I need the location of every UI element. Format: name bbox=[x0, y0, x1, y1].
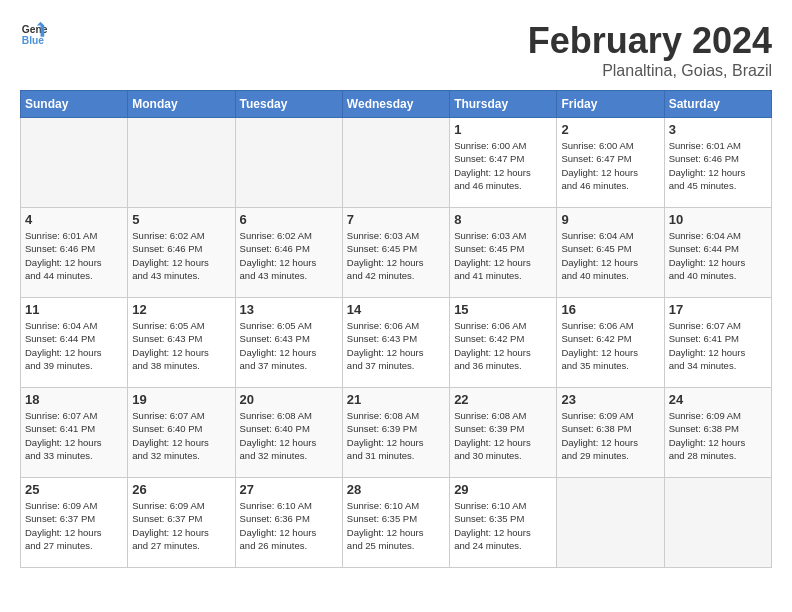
calendar-cell: 19Sunrise: 6:07 AM Sunset: 6:40 PM Dayli… bbox=[128, 388, 235, 478]
calendar-cell: 10Sunrise: 6:04 AM Sunset: 6:44 PM Dayli… bbox=[664, 208, 771, 298]
day-number: 4 bbox=[25, 212, 123, 227]
title-section: February 2024 Planaltina, Goias, Brazil bbox=[528, 20, 772, 80]
header: General Blue February 2024 Planaltina, G… bbox=[20, 20, 772, 80]
calendar-cell: 14Sunrise: 6:06 AM Sunset: 6:43 PM Dayli… bbox=[342, 298, 449, 388]
day-info: Sunrise: 6:09 AM Sunset: 6:37 PM Dayligh… bbox=[132, 499, 230, 552]
day-number: 21 bbox=[347, 392, 445, 407]
day-number: 9 bbox=[561, 212, 659, 227]
day-number: 11 bbox=[25, 302, 123, 317]
calendar-cell: 12Sunrise: 6:05 AM Sunset: 6:43 PM Dayli… bbox=[128, 298, 235, 388]
day-number: 5 bbox=[132, 212, 230, 227]
day-info: Sunrise: 6:10 AM Sunset: 6:36 PM Dayligh… bbox=[240, 499, 338, 552]
calendar-cell: 26Sunrise: 6:09 AM Sunset: 6:37 PM Dayli… bbox=[128, 478, 235, 568]
calendar-cell: 11Sunrise: 6:04 AM Sunset: 6:44 PM Dayli… bbox=[21, 298, 128, 388]
day-info: Sunrise: 6:07 AM Sunset: 6:40 PM Dayligh… bbox=[132, 409, 230, 462]
calendar-cell: 28Sunrise: 6:10 AM Sunset: 6:35 PM Dayli… bbox=[342, 478, 449, 568]
day-number: 19 bbox=[132, 392, 230, 407]
calendar-week-row: 11Sunrise: 6:04 AM Sunset: 6:44 PM Dayli… bbox=[21, 298, 772, 388]
calendar-cell bbox=[128, 118, 235, 208]
day-info: Sunrise: 6:05 AM Sunset: 6:43 PM Dayligh… bbox=[132, 319, 230, 372]
calendar-cell: 21Sunrise: 6:08 AM Sunset: 6:39 PM Dayli… bbox=[342, 388, 449, 478]
day-number: 13 bbox=[240, 302, 338, 317]
calendar-subtitle: Planaltina, Goias, Brazil bbox=[528, 62, 772, 80]
weekday-header: Saturday bbox=[664, 91, 771, 118]
calendar-cell bbox=[21, 118, 128, 208]
calendar-table: SundayMondayTuesdayWednesdayThursdayFrid… bbox=[20, 90, 772, 568]
calendar-cell: 17Sunrise: 6:07 AM Sunset: 6:41 PM Dayli… bbox=[664, 298, 771, 388]
day-number: 16 bbox=[561, 302, 659, 317]
day-info: Sunrise: 6:04 AM Sunset: 6:44 PM Dayligh… bbox=[669, 229, 767, 282]
day-number: 12 bbox=[132, 302, 230, 317]
day-info: Sunrise: 6:08 AM Sunset: 6:40 PM Dayligh… bbox=[240, 409, 338, 462]
day-info: Sunrise: 6:07 AM Sunset: 6:41 PM Dayligh… bbox=[669, 319, 767, 372]
calendar-week-row: 1Sunrise: 6:00 AM Sunset: 6:47 PM Daylig… bbox=[21, 118, 772, 208]
calendar-cell: 20Sunrise: 6:08 AM Sunset: 6:40 PM Dayli… bbox=[235, 388, 342, 478]
day-info: Sunrise: 6:00 AM Sunset: 6:47 PM Dayligh… bbox=[454, 139, 552, 192]
day-info: Sunrise: 6:02 AM Sunset: 6:46 PM Dayligh… bbox=[240, 229, 338, 282]
calendar-week-row: 18Sunrise: 6:07 AM Sunset: 6:41 PM Dayli… bbox=[21, 388, 772, 478]
day-number: 22 bbox=[454, 392, 552, 407]
calendar-cell: 18Sunrise: 6:07 AM Sunset: 6:41 PM Dayli… bbox=[21, 388, 128, 478]
calendar-cell: 29Sunrise: 6:10 AM Sunset: 6:35 PM Dayli… bbox=[450, 478, 557, 568]
day-info: Sunrise: 6:05 AM Sunset: 6:43 PM Dayligh… bbox=[240, 319, 338, 372]
day-number: 25 bbox=[25, 482, 123, 497]
calendar-cell bbox=[664, 478, 771, 568]
day-number: 29 bbox=[454, 482, 552, 497]
calendar-cell: 9Sunrise: 6:04 AM Sunset: 6:45 PM Daylig… bbox=[557, 208, 664, 298]
day-number: 24 bbox=[669, 392, 767, 407]
calendar-cell: 2Sunrise: 6:00 AM Sunset: 6:47 PM Daylig… bbox=[557, 118, 664, 208]
calendar-week-row: 4Sunrise: 6:01 AM Sunset: 6:46 PM Daylig… bbox=[21, 208, 772, 298]
day-info: Sunrise: 6:03 AM Sunset: 6:45 PM Dayligh… bbox=[454, 229, 552, 282]
day-info: Sunrise: 6:09 AM Sunset: 6:38 PM Dayligh… bbox=[669, 409, 767, 462]
day-info: Sunrise: 6:06 AM Sunset: 6:43 PM Dayligh… bbox=[347, 319, 445, 372]
day-number: 10 bbox=[669, 212, 767, 227]
day-number: 7 bbox=[347, 212, 445, 227]
calendar-title: February 2024 bbox=[528, 20, 772, 62]
day-number: 14 bbox=[347, 302, 445, 317]
day-number: 26 bbox=[132, 482, 230, 497]
day-number: 18 bbox=[25, 392, 123, 407]
calendar-cell bbox=[235, 118, 342, 208]
day-info: Sunrise: 6:02 AM Sunset: 6:46 PM Dayligh… bbox=[132, 229, 230, 282]
calendar-week-row: 25Sunrise: 6:09 AM Sunset: 6:37 PM Dayli… bbox=[21, 478, 772, 568]
day-number: 2 bbox=[561, 122, 659, 137]
day-info: Sunrise: 6:10 AM Sunset: 6:35 PM Dayligh… bbox=[454, 499, 552, 552]
day-number: 23 bbox=[561, 392, 659, 407]
day-number: 6 bbox=[240, 212, 338, 227]
day-info: Sunrise: 6:08 AM Sunset: 6:39 PM Dayligh… bbox=[454, 409, 552, 462]
calendar-cell bbox=[342, 118, 449, 208]
calendar-cell: 13Sunrise: 6:05 AM Sunset: 6:43 PM Dayli… bbox=[235, 298, 342, 388]
weekday-header: Monday bbox=[128, 91, 235, 118]
logo-icon: General Blue bbox=[20, 20, 48, 48]
calendar-cell: 16Sunrise: 6:06 AM Sunset: 6:42 PM Dayli… bbox=[557, 298, 664, 388]
weekday-header: Friday bbox=[557, 91, 664, 118]
weekday-header-row: SundayMondayTuesdayWednesdayThursdayFrid… bbox=[21, 91, 772, 118]
day-number: 20 bbox=[240, 392, 338, 407]
day-info: Sunrise: 6:03 AM Sunset: 6:45 PM Dayligh… bbox=[347, 229, 445, 282]
day-number: 17 bbox=[669, 302, 767, 317]
calendar-cell: 8Sunrise: 6:03 AM Sunset: 6:45 PM Daylig… bbox=[450, 208, 557, 298]
weekday-header: Thursday bbox=[450, 91, 557, 118]
calendar-cell: 25Sunrise: 6:09 AM Sunset: 6:37 PM Dayli… bbox=[21, 478, 128, 568]
logo: General Blue bbox=[20, 20, 48, 48]
calendar-cell: 1Sunrise: 6:00 AM Sunset: 6:47 PM Daylig… bbox=[450, 118, 557, 208]
day-info: Sunrise: 6:01 AM Sunset: 6:46 PM Dayligh… bbox=[669, 139, 767, 192]
day-number: 8 bbox=[454, 212, 552, 227]
day-info: Sunrise: 6:01 AM Sunset: 6:46 PM Dayligh… bbox=[25, 229, 123, 282]
day-info: Sunrise: 6:07 AM Sunset: 6:41 PM Dayligh… bbox=[25, 409, 123, 462]
day-number: 28 bbox=[347, 482, 445, 497]
day-info: Sunrise: 6:08 AM Sunset: 6:39 PM Dayligh… bbox=[347, 409, 445, 462]
day-number: 3 bbox=[669, 122, 767, 137]
day-info: Sunrise: 6:10 AM Sunset: 6:35 PM Dayligh… bbox=[347, 499, 445, 552]
day-info: Sunrise: 6:09 AM Sunset: 6:38 PM Dayligh… bbox=[561, 409, 659, 462]
day-info: Sunrise: 6:04 AM Sunset: 6:44 PM Dayligh… bbox=[25, 319, 123, 372]
calendar-cell bbox=[557, 478, 664, 568]
day-info: Sunrise: 6:04 AM Sunset: 6:45 PM Dayligh… bbox=[561, 229, 659, 282]
weekday-header: Tuesday bbox=[235, 91, 342, 118]
calendar-cell: 27Sunrise: 6:10 AM Sunset: 6:36 PM Dayli… bbox=[235, 478, 342, 568]
weekday-header: Sunday bbox=[21, 91, 128, 118]
day-number: 15 bbox=[454, 302, 552, 317]
day-info: Sunrise: 6:06 AM Sunset: 6:42 PM Dayligh… bbox=[454, 319, 552, 372]
day-number: 1 bbox=[454, 122, 552, 137]
svg-text:Blue: Blue bbox=[22, 35, 45, 46]
